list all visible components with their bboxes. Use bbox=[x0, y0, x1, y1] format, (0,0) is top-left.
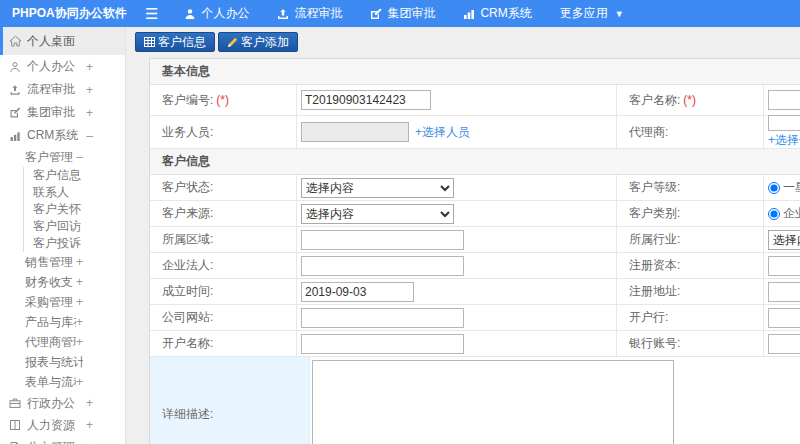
customer-grade-label: 客户等级: bbox=[617, 175, 764, 200]
phpoa-app: { "topbar": { "logo": "PHPOA协同办公软件", "na… bbox=[0, 0, 800, 444]
chart-icon bbox=[8, 130, 22, 142]
sidebar-item-human-resources[interactable]: 人力资源 + bbox=[0, 414, 125, 436]
sidebar-item-customer-care[interactable]: 客户关怀 bbox=[24, 201, 125, 218]
user-icon bbox=[8, 61, 22, 73]
edit-icon bbox=[370, 8, 382, 20]
category-radio-enterprise[interactable] bbox=[768, 208, 780, 220]
region-label: 所属区域: bbox=[150, 227, 297, 252]
collapse-minus[interactable]: – bbox=[76, 150, 83, 164]
row-description: 详细描述: bbox=[150, 357, 800, 444]
salesperson-label: 业务人员: bbox=[150, 116, 297, 148]
expand-plus[interactable]: + bbox=[86, 106, 93, 120]
topnav: 个人办公 流程审批 集团审批 CRM系统 更多应用 ▼ bbox=[184, 5, 623, 22]
topnav-item-workflow-approval[interactable]: 流程审批 bbox=[277, 5, 342, 22]
tab-customer-add[interactable]: 客户添加 bbox=[218, 32, 298, 52]
select-person-link[interactable]: +选择人员 bbox=[415, 124, 470, 141]
account-name-input[interactable] bbox=[301, 334, 464, 354]
grade-radio-one-star[interactable] bbox=[768, 182, 780, 194]
customer-status-label: 客户状态: bbox=[150, 175, 297, 200]
customer-management-children: 客户信息 联系人 客户关怀 客户回访 客户投诉 bbox=[23, 167, 125, 252]
sidebar-item-products-inventory[interactable]: 产品与库存 + bbox=[0, 312, 125, 332]
expand-plus[interactable]: + bbox=[86, 440, 93, 444]
row-legal-capital: 企业法人: 注册资本: bbox=[150, 253, 800, 279]
tab-strip: 客户信息 客户添加 bbox=[126, 27, 800, 52]
registered-capital-input[interactable] bbox=[768, 256, 800, 276]
topnav-item-more-apps[interactable]: 更多应用 ▼ bbox=[560, 5, 624, 22]
row-region-industry: 所属区域: 所属行业: 选择内容 bbox=[150, 227, 800, 253]
industry-select[interactable]: 选择内容 bbox=[768, 230, 800, 250]
expand-plus[interactable]: + bbox=[76, 295, 83, 309]
customer-source-select[interactable]: 选择内容 bbox=[301, 204, 454, 224]
sidebar-item-customer-management[interactable]: 客户管理 – bbox=[0, 147, 125, 167]
upload-icon bbox=[8, 84, 22, 96]
customer-status-select[interactable]: 选择内容 bbox=[301, 178, 454, 198]
topnav-item-group-approval[interactable]: 集团审批 bbox=[370, 5, 435, 22]
select-agent-link[interactable]: +选择代理商 bbox=[768, 132, 800, 149]
customer-category-radios: 企业客户 bbox=[768, 205, 800, 222]
customer-category-label: 客户类别: bbox=[617, 201, 764, 226]
description-textarea[interactable] bbox=[312, 360, 674, 444]
customer-no-label: 客户编号: (*) bbox=[150, 85, 297, 115]
topnav-item-crm[interactable]: CRM系统 bbox=[463, 5, 531, 22]
customer-add-form: 基本信息 客户编号: (*) 客户名称: (*) bbox=[149, 58, 800, 444]
expand-plus[interactable]: + bbox=[76, 275, 83, 289]
sidebar-item-personal-desktop[interactable]: 个人桌面 bbox=[0, 27, 125, 55]
collapse-minus[interactable]: – bbox=[86, 129, 93, 143]
customer-name-label: 客户名称: (*) bbox=[617, 85, 764, 115]
bank-input[interactable] bbox=[768, 308, 800, 328]
expand-plus[interactable]: + bbox=[76, 375, 83, 389]
agent-input[interactable] bbox=[768, 115, 800, 131]
sidebar-item-personal-office[interactable]: 个人办公 + bbox=[0, 55, 125, 78]
expand-plus[interactable]: + bbox=[86, 60, 93, 74]
topnav-item-personal-office[interactable]: 个人办公 bbox=[184, 5, 249, 22]
expand-plus[interactable]: + bbox=[76, 335, 83, 349]
customer-no-input[interactable] bbox=[301, 90, 431, 110]
tab-customer-info[interactable]: 客户信息 bbox=[135, 32, 215, 52]
required-mark: (*) bbox=[683, 93, 696, 107]
row-account-bankno: 开户名称: 银行账号: bbox=[150, 331, 800, 357]
sidebar-item-reports-statistics[interactable]: 报表与统计 bbox=[0, 352, 125, 372]
expand-plus[interactable]: + bbox=[86, 83, 93, 97]
registered-address-input[interactable] bbox=[768, 282, 800, 302]
row-founded-address: 成立时间: 注册地址: bbox=[150, 279, 800, 305]
description-label: 详细描述: bbox=[150, 357, 310, 444]
website-label: 公司网站: bbox=[150, 305, 297, 330]
section-header-basic-info: 基本信息 bbox=[150, 59, 800, 85]
expand-plus[interactable]: + bbox=[86, 418, 93, 432]
content-area: 客户信息 客户添加 基本信息 客户编号: (*) 客户名称: (*) bbox=[126, 27, 800, 444]
upload-icon bbox=[277, 8, 289, 20]
customer-name-input[interactable] bbox=[768, 90, 800, 110]
row-customer-no-name: 客户编号: (*) 客户名称: (*) bbox=[150, 85, 800, 116]
sidebar-item-purchasing[interactable]: 采购管理 + bbox=[0, 292, 125, 312]
sidebar-item-administration[interactable]: 行政办公 + bbox=[0, 392, 125, 414]
sidebar-item-form-workflow-settings[interactable]: 表单与流程设置 + bbox=[0, 372, 125, 392]
expand-plus[interactable]: + bbox=[76, 315, 83, 329]
row-salesperson-agent: 业务人员: +选择人员 代理商: +选择代理商 bbox=[150, 116, 800, 149]
sidebar-item-contacts[interactable]: 联系人 bbox=[24, 184, 125, 201]
salesperson-input[interactable] bbox=[301, 122, 409, 142]
sidebar-item-workflow-approval[interactable]: 流程审批 + bbox=[0, 78, 125, 101]
expand-plus[interactable]: + bbox=[86, 396, 93, 410]
sidebar-item-customer-complaint[interactable]: 客户投诉 bbox=[24, 235, 125, 252]
table-icon bbox=[144, 37, 155, 47]
sidebar-item-document-management[interactable]: 公文管理 + bbox=[0, 436, 125, 444]
bank-account-input[interactable] bbox=[768, 334, 800, 354]
sidebar-item-customer-followup[interactable]: 客户回访 bbox=[24, 218, 125, 235]
sidebar-item-crm[interactable]: CRM系统 – bbox=[0, 124, 125, 147]
row-website-bank: 公司网站: 开户行: bbox=[150, 305, 800, 331]
website-input[interactable] bbox=[301, 308, 464, 328]
briefcase-icon bbox=[8, 397, 22, 409]
expand-plus[interactable]: + bbox=[76, 255, 83, 269]
hamburger-icon[interactable]: ☰ bbox=[145, 6, 158, 21]
sidebar-item-group-approval[interactable]: 集团审批 + bbox=[0, 101, 125, 124]
founded-date-input[interactable] bbox=[301, 282, 414, 302]
founded-date-label: 成立时间: bbox=[150, 279, 297, 304]
sidebar-item-customer-info[interactable]: 客户信息 bbox=[24, 167, 125, 184]
sidebar-item-sales-management[interactable]: 销售管理 + bbox=[0, 252, 125, 272]
sidebar-item-agent-management[interactable]: 代理商管理 + bbox=[0, 332, 125, 352]
region-input[interactable] bbox=[301, 230, 464, 250]
bank-account-label: 银行账号: bbox=[617, 331, 764, 356]
sidebar-item-finance[interactable]: 财务收支 + bbox=[0, 272, 125, 292]
legal-person-input[interactable] bbox=[301, 256, 464, 276]
required-mark: (*) bbox=[216, 93, 229, 107]
